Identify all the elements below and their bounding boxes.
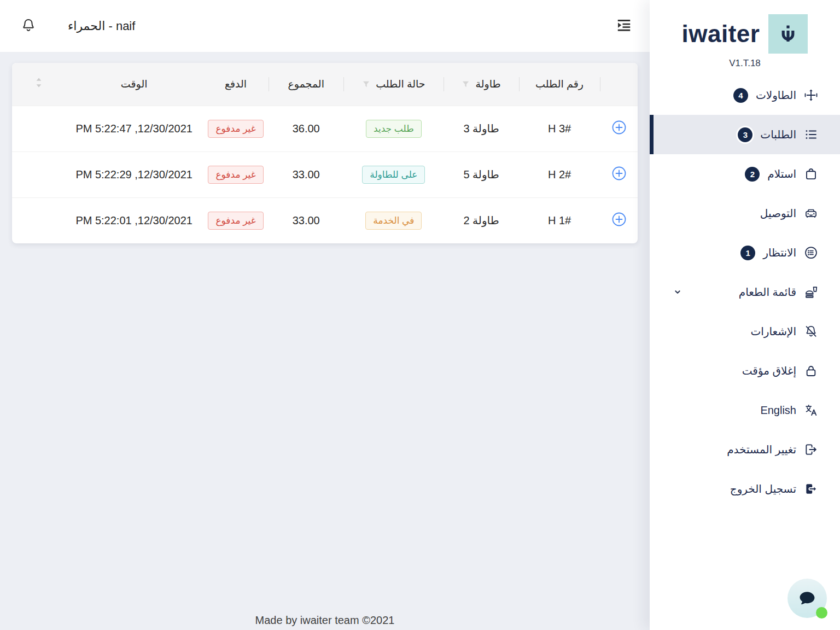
sidebar-item-label: الطاولات: [756, 89, 796, 102]
chat-bubble-icon: [797, 588, 818, 609]
waiting-count-badge: 1: [740, 246, 755, 260]
orders-table-card: رقم الطلب طاولة حالة الطلب: [12, 63, 638, 243]
table-number-cell: طاولة 2: [444, 197, 518, 243]
sidebar-item-language[interactable]: English: [650, 390, 840, 430]
table-number-cell: طاولة 5: [444, 151, 518, 197]
payment-cell: غير مدفوع: [203, 106, 269, 151]
payment-badge: غير مدفوع: [208, 120, 263, 138]
page-title: naif - الحمراء: [68, 19, 135, 33]
iwaiter-wordmark: iwaiter: [682, 20, 760, 48]
chat-widget-button[interactable]: [788, 579, 827, 618]
sidebar: iwaiter V1.T.18 الطاولات 4: [650, 0, 840, 630]
chevron-down-icon: [672, 286, 684, 298]
sidebar-item-label: الطلبات: [760, 128, 796, 141]
status-cell: طلب جديد: [343, 106, 444, 151]
lock-icon: [804, 364, 818, 378]
switch-user-icon: [804, 442, 818, 457]
collapse-sidebar-icon[interactable]: [615, 17, 633, 36]
logout-icon: [804, 482, 818, 496]
time-cell: 12/30/2021, 5:22:01 PM: [65, 197, 203, 243]
sidebar-item-logout[interactable]: تسجيل الخروج: [650, 469, 840, 509]
iwaiter-logo-mark-icon: [768, 14, 808, 54]
pickup-count-badge: 2: [745, 167, 760, 182]
order-number-cell: H 3#: [519, 106, 600, 151]
content-area: رقم الطلب طاولة حالة الطلب: [0, 52, 650, 630]
waiting-list-icon: [804, 246, 818, 260]
column-header-table: طاولة: [444, 63, 518, 106]
sidebar-item-orders[interactable]: الطلبات 3: [650, 115, 840, 154]
sidebar-item-delivery[interactable]: التوصيل: [650, 194, 840, 233]
empty-cell: [12, 151, 65, 197]
order-number-cell: H 1#: [519, 197, 600, 243]
table-row: H 3# طاولة 3 طلب جديد 36.00 غير مدفوع 12…: [12, 106, 638, 151]
status-badge: على للطاولة: [362, 166, 425, 184]
sidebar-item-label: English: [760, 404, 796, 417]
status-badge: في الخدمة: [365, 212, 422, 230]
pickup-bag-icon: [804, 167, 818, 181]
sidebar-item-label: تسجيل الخروج: [730, 482, 796, 495]
table-number-cell: طاولة 3: [444, 106, 518, 151]
expand-column-header: [600, 63, 638, 106]
bell-icon[interactable]: [20, 18, 37, 35]
expand-row-plus-icon[interactable]: [611, 212, 627, 228]
sidebar-item-waiting[interactable]: الانتظار 1: [650, 233, 840, 272]
filter-icon[interactable]: [462, 80, 470, 88]
payment-badge: غير مدفوع: [208, 212, 263, 230]
online-status-dot: [816, 607, 827, 619]
delivery-car-icon: [804, 206, 818, 220]
sidebar-item-label: استلام: [767, 167, 796, 180]
top-header: naif - الحمراء: [0, 0, 650, 52]
orders-list-icon: [804, 127, 818, 142]
sidebar-item-notifications[interactable]: الإشعارات: [650, 312, 840, 351]
app-root: iwaiter V1.T.18 الطاولات 4: [0, 0, 840, 630]
total-cell: 36.00: [269, 106, 343, 151]
tables-count-badge: 4: [733, 88, 748, 103]
sorter-column-header[interactable]: [12, 63, 65, 106]
table-header-row: رقم الطلب طاولة حالة الطلب: [12, 63, 638, 106]
expand-row-plus-icon[interactable]: [611, 166, 627, 182]
payment-badge: غير مدفوع: [208, 166, 263, 184]
column-header-time: الوقت: [65, 63, 203, 106]
time-cell: 12/30/2021, 5:22:29 PM: [65, 151, 203, 197]
footer-credit: Made by iwaiter team ©2021: [0, 614, 650, 627]
sidebar-item-pickup[interactable]: استلام 2: [650, 154, 840, 194]
table-row: H 2# طاولة 5 على للطاولة 33.00 غير مدفوع…: [12, 151, 638, 197]
translate-icon: [804, 403, 818, 417]
notifications-off-icon: [804, 324, 818, 339]
sidebar-item-label: قائمة الطعام: [739, 285, 796, 299]
sidebar-item-label: تغيير المستخدم: [727, 443, 796, 456]
expand-row-plus-icon[interactable]: [611, 120, 627, 136]
order-number-cell: H 2#: [519, 151, 600, 197]
tables-icon: [804, 88, 818, 102]
total-cell: 33.00: [269, 151, 343, 197]
column-header-total: المجموع: [269, 63, 343, 106]
food-menu-icon: [804, 285, 818, 299]
sidebar-menu: الطاولات 4 الطلبات 3: [650, 75, 840, 509]
sidebar-item-label: الإشعارات: [750, 325, 796, 338]
sidebar-item-switch-user[interactable]: تغيير المستخدم: [650, 430, 840, 469]
time-cell: 12/30/2021, 5:22:47 PM: [65, 106, 203, 151]
empty-cell: [12, 106, 65, 151]
payment-cell: غير مدفوع: [203, 197, 269, 243]
column-header-payment: الدفع: [203, 63, 269, 106]
column-header-order-number: رقم الطلب: [519, 63, 600, 106]
title-group: naif - الحمراء: [20, 18, 135, 35]
sidebar-item-food-menu[interactable]: قائمة الطعام: [650, 272, 840, 312]
status-cell: في الخدمة: [343, 197, 444, 243]
sidebar-item-tables[interactable]: الطاولات 4: [650, 75, 840, 115]
status-cell: على للطاولة: [343, 151, 444, 197]
sidebar-item-label: إغلاق مؤقت: [742, 364, 796, 377]
app-version: V1.T.18: [650, 58, 840, 69]
column-header-status: حالة الطلب: [343, 63, 444, 106]
sidebar-item-label: الانتظار: [763, 246, 796, 259]
total-cell: 33.00: [269, 197, 343, 243]
sorter-icon: [36, 77, 42, 88]
iwaiter-logo[interactable]: iwaiter: [650, 14, 840, 54]
status-badge: طلب جديد: [366, 120, 422, 138]
sidebar-item-temporary-close[interactable]: إغلاق مؤقت: [650, 351, 840, 390]
main-area: naif - الحمراء: [0, 0, 650, 630]
orders-table: رقم الطلب طاولة حالة الطلب: [12, 63, 638, 243]
empty-cell: [12, 197, 65, 243]
payment-cell: غير مدفوع: [203, 151, 269, 197]
filter-icon[interactable]: [362, 80, 370, 88]
